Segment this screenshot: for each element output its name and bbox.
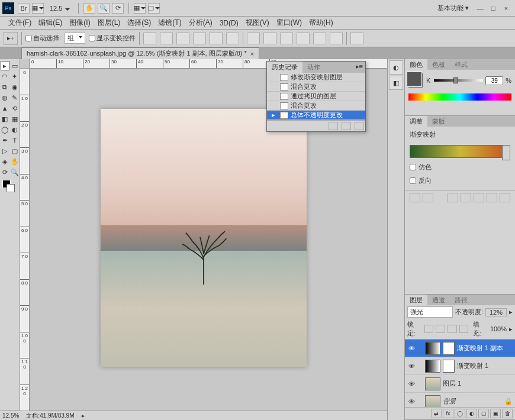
history-snapshot-button[interactable] [329,122,338,130]
lasso-tool[interactable]: ◠ [1,72,9,81]
styles-tab[interactable]: 样式 [450,59,472,70]
adjust-icon-5[interactable] [474,193,484,202]
layer-thumbnail[interactable] [425,377,440,390]
align-button-3[interactable] [176,33,189,44]
menu-3DD[interactable]: 3D(D) [216,19,242,27]
current-tool-icon[interactable]: ▸+ [4,32,18,45]
history-item[interactable]: 混合更改 [267,101,365,111]
color-tab[interactable]: 颜色 [405,59,427,70]
hand-tool[interactable]: ✋ [11,157,20,166]
adjustments-tab[interactable]: 调整 [405,116,427,127]
zoom-tool[interactable]: 🔍 [11,167,20,177]
menu-帮助H[interactable]: 帮助(H) [305,18,337,28]
align-button-5[interactable] [210,33,223,44]
align-button-6[interactable] [226,33,239,44]
visibility-icon[interactable]: 👁 [407,363,416,370]
status-flyout[interactable]: ▸ [82,412,85,419]
channels-tab[interactable]: 通道 [427,295,450,305]
layer-thumbnail[interactable] [425,360,440,373]
swatches-tab[interactable]: 色板 [427,59,450,70]
rotate-tool[interactable]: ⟳ [1,167,9,177]
reverse-checkbox[interactable]: 反向 [405,174,515,188]
lock-position-button[interactable] [448,325,457,333]
brush-tool[interactable]: ✎ [11,93,20,102]
history-item[interactable]: 通过拷贝的图层 [267,92,365,101]
fill-input[interactable]: 100% [490,325,507,332]
paths-tab[interactable]: 路径 [450,295,472,305]
layer-group-button[interactable]: ▢ [478,409,489,418]
adjustment-layer-button[interactable]: ◐ [466,409,477,418]
history-item[interactable]: 修改渐变映射图层 [267,73,365,82]
crop-tool[interactable]: ⧉ [1,82,9,92]
layer-row[interactable]: 👁背景🔒 [405,393,515,407]
menu-窗口W[interactable]: 窗口(W) [273,18,305,28]
gradient-map-bar[interactable] [410,145,510,158]
collapsed-panel-icon-2[interactable]: ◧ [389,76,403,90]
distribute-button-6[interactable] [330,33,343,44]
lock-all-button[interactable] [459,325,469,333]
rotate-view-button[interactable]: ⟳ [112,3,124,14]
delete-layer-button[interactable]: 🗑 [502,409,513,418]
adjust-icon-4[interactable] [461,193,471,202]
pen-tool[interactable]: ✒ [1,135,9,145]
link-layers-button[interactable]: ⇄ [431,409,442,418]
menu-选择S[interactable]: 选择(S) [124,18,154,28]
type-tool[interactable]: T [11,135,20,145]
layer-row[interactable]: 👁渐变映射 1 [405,357,515,375]
gradient-tool[interactable]: ▦ [11,114,20,124]
status-doc-size[interactable]: 文档:41.9M/83.9M [26,412,74,420]
adjust-icon-2[interactable] [423,193,433,202]
menu-图层L[interactable]: 图层(L) [94,18,124,28]
close-tab-button[interactable]: × [250,50,254,57]
history-item[interactable]: 混合更改 [267,82,365,92]
eraser-tool[interactable]: ◧ [1,114,9,124]
show-transform-checkbox[interactable]: 显示变换控件 [89,34,136,43]
distribute-button-1[interactable] [247,33,260,44]
marquee-tool[interactable]: ▭ [11,61,19,70]
adjust-icon-1[interactable] [410,193,420,202]
history-delete-button[interactable] [355,122,364,130]
mini-bridge-button[interactable]: ▦ [32,3,44,14]
auto-select-target[interactable]: 组 [65,33,85,44]
auto-align-button[interactable] [350,33,363,44]
align-button-1[interactable] [143,33,156,44]
zoom-display[interactable]: 12.5 [50,5,70,12]
layer-mask-thumbnail[interactable] [443,360,455,373]
dodge-tool[interactable]: ◐ [11,125,20,134]
path-tool[interactable]: ▷ [1,146,9,156]
layers-tab[interactable]: 图层 [405,295,427,305]
distribute-button-5[interactable] [313,33,326,44]
menu-图像I[interactable]: 图像(I) [66,18,94,28]
color-spectrum[interactable] [408,93,511,101]
align-button-2[interactable] [160,33,173,44]
menu-视图V[interactable]: 视图(V) [242,18,273,28]
wand-tool[interactable]: ✦ [11,72,20,81]
zoom-tool-button[interactable]: 🔍 [98,3,110,14]
layer-thumbnail[interactable] [425,342,440,355]
new-layer-button[interactable]: ▣ [490,409,501,418]
layer-mask-button[interactable]: ◯ [455,409,465,418]
visibility-icon[interactable]: 👁 [407,345,416,352]
layer-mask-thumbnail[interactable] [443,342,455,355]
layer-thumbnail[interactable] [425,395,440,408]
history-tab[interactable]: 历史记录 [267,62,302,73]
blend-mode-select[interactable]: 强光 [407,306,453,318]
layer-row[interactable]: 👁图层 1 [405,375,515,393]
layer-row[interactable]: 👁渐变映射 1 副本 [405,340,515,357]
k-value-input[interactable] [485,76,503,85]
stamp-tool[interactable]: ▲ [1,104,9,113]
close-button[interactable]: × [501,3,511,14]
workspace-selector[interactable]: 基本功能 ▾ [437,4,469,12]
distribute-button-3[interactable] [280,33,293,44]
panel-menu-icon[interactable]: ▸≡ [353,62,365,73]
adjust-icon-3[interactable] [448,193,458,202]
blur-tool[interactable]: ◯ [1,125,9,134]
menu-编辑E[interactable]: 编辑(E) [35,18,66,28]
history-brush-tool[interactable]: ⟲ [11,104,20,113]
k-slider[interactable] [434,79,483,82]
actions-tab[interactable]: 动作 [302,62,325,73]
color-swatch[interactable] [408,73,423,88]
opacity-input[interactable]: 12% [485,308,507,316]
opacity-flyout[interactable]: ▸ [509,308,513,316]
menu-分析A[interactable]: 分析(A) [185,18,216,28]
